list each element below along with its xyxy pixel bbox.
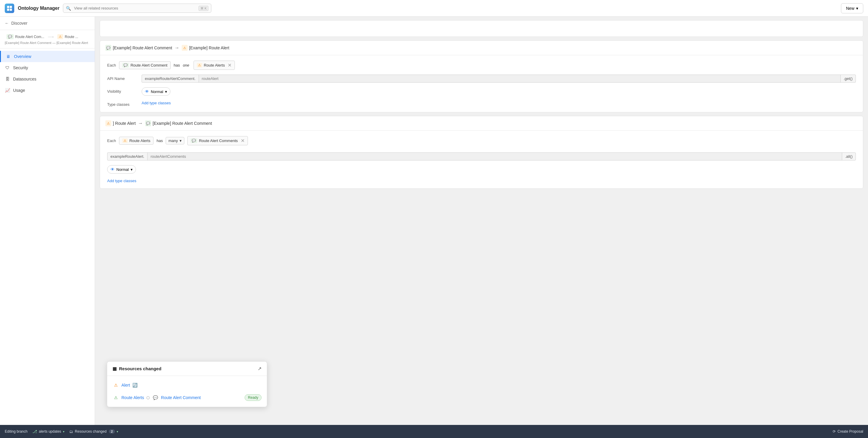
search-input[interactable]	[63, 4, 211, 13]
type-classes-value-1: Add type classes	[142, 100, 856, 105]
security-label: Security	[13, 65, 28, 70]
sidebar-item-usage[interactable]: 📈 Usage	[0, 85, 95, 96]
header-from-chip: 💬 [Example] Route Alert Comment	[105, 45, 172, 51]
search-shortcut: ⌘ K	[198, 6, 208, 11]
resource-subtitle: [Example] Route Alert Comment — [Example…	[5, 41, 90, 47]
type-classes-field-1: Type classes Add type classes	[107, 100, 856, 107]
branch-dropdown-icon: ▾	[63, 430, 64, 433]
visibility-button-1[interactable]: 👁 Normal ▾	[142, 87, 170, 96]
ready-badge: Ready	[245, 394, 261, 401]
eye-icon-1: 👁	[145, 89, 149, 94]
chevron-down-icon-mult-2: ▾	[180, 139, 182, 143]
datasources-icon: 🗄	[5, 76, 10, 82]
folder-icon: ▦	[113, 366, 117, 372]
folder-bottom-icon: 🗂	[69, 429, 73, 434]
target2-name: Route Alert Comments	[199, 139, 238, 143]
branch-name-label: alerts updates	[39, 429, 61, 434]
resources-panel-header: ▦ Resources changed ↗	[107, 362, 267, 376]
api-prefix-1: exampleRouteAlertComment.	[142, 75, 198, 83]
remove-target-1-button[interactable]: ✕	[228, 62, 231, 68]
overview-label: Overview	[14, 54, 31, 59]
api-name-box-2: exampleRouteAlert. routeAlertComments .a…	[107, 152, 856, 160]
app-logo	[5, 4, 14, 13]
visibility-text-1: Normal	[151, 89, 163, 94]
topbar: Ontology Manager 🔍 ⌘ K New ▾	[0, 0, 868, 17]
entity1-name: Route Alert Comment	[131, 63, 167, 67]
alert-tab-icon: ⚠	[57, 34, 63, 39]
app-title: Ontology Manager	[18, 6, 59, 11]
remove-target-2-button[interactable]: ✕	[241, 138, 245, 144]
logo-icon	[6, 5, 13, 11]
multiplicity-dropdown-2[interactable]: many ▾	[166, 137, 184, 144]
proposal-icon: ⟳	[833, 429, 836, 434]
add-type-classes-link-1[interactable]: Add type classes	[142, 101, 171, 105]
resource-tab-comment[interactable]: 💬 Route Alert Com...	[5, 34, 46, 40]
create-proposal-label: Create Proposal	[837, 429, 863, 434]
resources-changed-item[interactable]: 🗂 Resources changed 2 ▾	[69, 429, 118, 434]
resource-alert-name[interactable]: Alert	[121, 383, 130, 387]
header-to-label: [Example] Route Alert	[189, 46, 229, 50]
tab-separator: ⟶	[48, 34, 54, 39]
header2-arrow: →	[138, 121, 143, 126]
create-proposal-item[interactable]: ⟳ Create Proposal	[833, 429, 863, 434]
resource-tab-alert[interactable]: ⚠ Route ...	[56, 34, 80, 40]
visibility-button-2[interactable]: 👁 Normal ▾	[107, 165, 136, 174]
header-from-label: [Example] Route Alert Comment	[113, 46, 172, 50]
resource-tab1-label: Route Alert Com...	[15, 35, 44, 39]
resource-comment-name[interactable]: Route Alert Comment	[161, 395, 201, 400]
visibility-text-2: Normal	[116, 167, 129, 172]
target1-icon: ⚠	[197, 63, 202, 67]
resource-route-alerts-name[interactable]: Route Alerts	[121, 395, 144, 400]
usage-label: Usage	[13, 88, 25, 93]
relation-card-1-header: 💬 [Example] Route Alert Comment → ⚠ [Exa…	[100, 41, 863, 55]
bottom-bar: Editing branch ⎇ alerts updates ▾ 🗂 Reso…	[0, 425, 868, 438]
visibility-field-1: Visibility 👁 Normal ▾	[107, 87, 856, 96]
sidebar-item-overview[interactable]: 🖥 Overview	[0, 51, 95, 62]
resources-panel-expand-button[interactable]: ↗	[258, 366, 261, 372]
relation-card-1-body: Each 💬 Route Alert Comment has one ⚠ Rou…	[100, 55, 863, 112]
search-icon: 🔍	[66, 6, 71, 11]
entity1-icon: 💬	[122, 63, 129, 67]
visibility-value-2: 👁 Normal ▾	[107, 165, 856, 174]
resource-tab2-label: Route ...	[65, 35, 78, 39]
relation-card-2: ⚠ ] Route Alert → 💬 [Example] Route Aler…	[100, 116, 863, 189]
resource-sync-icon[interactable]: 🔄	[132, 383, 137, 387]
content-area: 💬 [Example] Route Alert Comment → ⚠ [Exa…	[95, 17, 868, 425]
multiplicity-text-2: many	[168, 139, 178, 143]
api-main-1: routeAlert	[198, 75, 841, 83]
resource-item-alert: ⚠ Alert 🔄	[107, 379, 267, 391]
sidebar-discover[interactable]: ← Discover	[0, 17, 95, 30]
chevron-down-icon-2: ▾	[131, 167, 133, 172]
api-name-field-2: exampleRouteAlert. routeAlertComments .a…	[107, 152, 856, 160]
resources-panel-title: ▦ Resources changed	[113, 366, 161, 372]
multiplicity-1: one	[183, 63, 189, 67]
main-layout: ← Discover 💬 Route Alert Com... ⟶ ⚠ Rout…	[0, 17, 868, 425]
api-suffix-1: .get()	[841, 75, 856, 83]
relation-row-2: Each ⚠ Route Alerts has many ▾ 💬 Route	[107, 136, 856, 145]
new-button[interactable]: New ▾	[841, 3, 863, 13]
add-type-classes-link-2[interactable]: Add type classes	[107, 179, 136, 183]
svg-rect-3	[10, 8, 12, 10]
sidebar-item-datasources[interactable]: 🗄 Datasources	[0, 74, 95, 85]
target2-icon: 💬	[191, 139, 197, 143]
resources-count-badge: 2	[109, 429, 115, 434]
api-name-field-1: API Name exampleRouteAlertComment. route…	[107, 75, 856, 83]
sidebar-item-security[interactable]: 🛡 Security	[0, 62, 95, 74]
resources-dropdown-icon: ▾	[117, 430, 118, 433]
relation-card-1: 💬 [Example] Route Alert Comment → ⚠ [Exa…	[100, 40, 863, 112]
eye-icon-2: 👁	[111, 167, 115, 172]
visibility-value-1: 👁 Normal ▾	[142, 87, 856, 96]
api-prefix-2: exampleRouteAlert.	[107, 152, 147, 160]
branch-name-item[interactable]: ⎇ alerts updates ▾	[32, 429, 64, 434]
relation-target-1: ⚠ Route Alerts ✕	[193, 61, 235, 70]
entity2-icon: ⚠	[122, 139, 128, 143]
svg-rect-2	[7, 8, 9, 10]
resource-tabs: 💬 Route Alert Com... ⟶ ⚠ Route ...	[5, 34, 90, 40]
resources-changed-label: Resources changed	[75, 429, 106, 434]
each-label-1: Each	[107, 63, 116, 67]
relation-row-1: Each 💬 Route Alert Comment has one ⚠ Rou…	[107, 61, 856, 70]
partial-top-card	[100, 20, 863, 37]
security-icon: 🛡	[5, 65, 10, 70]
svg-rect-0	[7, 6, 9, 8]
datasources-label: Datasources	[13, 77, 36, 81]
